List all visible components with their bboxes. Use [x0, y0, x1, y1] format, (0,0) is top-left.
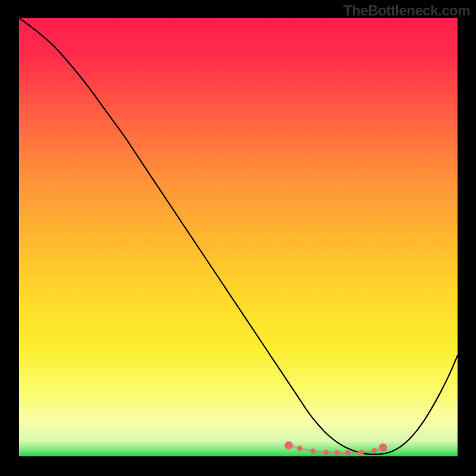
marker-dot [310, 449, 315, 454]
attribution-label: TheBottleneck.com [343, 2, 470, 19]
marker-dot [334, 450, 340, 456]
gradient-background [19, 18, 458, 456]
marker-dot [371, 448, 377, 453]
marker-dot [358, 450, 364, 455]
chart-svg [19, 18, 458, 456]
marker-dot [297, 446, 302, 451]
marker-dot [284, 441, 293, 450]
chart-frame: TheBottleneck.com [0, 0, 476, 476]
marker-dot [379, 443, 387, 452]
plot-area [19, 18, 458, 456]
marker-dot [345, 450, 350, 456]
marker-dot [323, 450, 328, 455]
